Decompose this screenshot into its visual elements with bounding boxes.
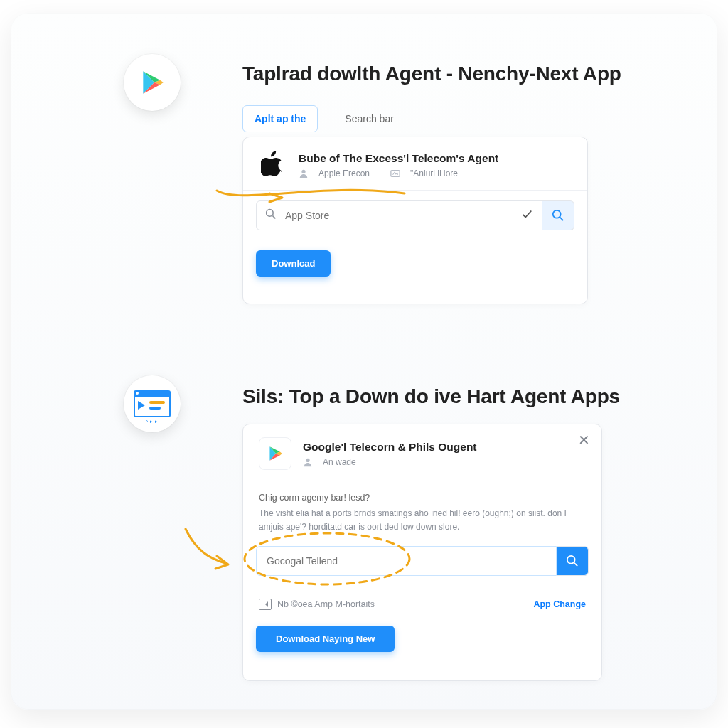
play-store-icon xyxy=(139,69,166,96)
step1-download-button[interactable]: Downlcad xyxy=(256,250,331,277)
step1-title: Taplrad dowlth Agent - Nenchy-Next App xyxy=(242,63,621,85)
step2-description: The visht elia hat a ports brnds smating… xyxy=(243,507,601,543)
tab-active[interactable]: Aplt ap the xyxy=(242,105,318,132)
close-icon[interactable]: ✕ xyxy=(578,433,590,447)
annotation-arrow-2 xyxy=(181,525,238,574)
step1-tabs: Aplt ap the Search bar xyxy=(242,105,405,132)
step2-search-button[interactable] xyxy=(557,546,589,576)
svg-line-9 xyxy=(560,218,564,221)
check-icon xyxy=(520,208,533,223)
step2-search-row xyxy=(243,543,601,576)
step2-question: Chig corm agemy bar! lesd? xyxy=(243,480,601,507)
step2-publisher: An wade xyxy=(323,457,356,467)
step1-badge xyxy=(124,54,181,111)
step2-app-card: ✕ Google'l Telecorn & Phils Ougent xyxy=(242,424,602,681)
svg-point-15 xyxy=(567,556,575,564)
app-title: Bube of The Excess'l Telecom's Agent xyxy=(299,152,498,165)
app-title-block: Bube of The Excess'l Telecom's Agent App… xyxy=(299,152,498,178)
instruction-panel: Taplrad dowlth Agent - Nenchy-Next App A… xyxy=(11,13,717,710)
step2-download-button[interactable]: Download Naying New xyxy=(256,626,395,652)
app-subtitle-row: Apple Erecon "Anlurl lHore xyxy=(299,168,498,178)
play-square-icon xyxy=(259,599,272,610)
footer-note: Nb ©oea Amp M-hortaits xyxy=(259,599,375,610)
step1-app-card: Bube of The Excess'l Telecom's Agent App… xyxy=(242,136,588,304)
step2-title: Sils: Top a Down do ive Hart Agent Apps xyxy=(242,385,620,408)
svg-point-8 xyxy=(553,210,561,218)
footer-note-text: Nb ©oea Amp M-hortaits xyxy=(277,599,375,609)
svg-point-6 xyxy=(267,210,274,217)
svg-point-14 xyxy=(306,458,309,461)
app-meta-2: "Anlurl lHore xyxy=(410,168,458,178)
person-icon xyxy=(299,168,309,178)
step2-badge: › ▸ ▸ xyxy=(124,375,181,432)
tab-searchbar[interactable]: Search bar xyxy=(333,106,405,132)
meta-separator xyxy=(380,168,380,178)
svg-line-16 xyxy=(574,563,578,567)
step2-search-field[interactable] xyxy=(256,546,557,576)
step2-footer-row: Nb ©oea Amp M-hortaits App Change xyxy=(243,592,601,610)
search-input[interactable] xyxy=(284,209,513,222)
app-meta-1: Apple Erecon xyxy=(318,168,370,178)
svg-point-4 xyxy=(301,169,305,173)
step2-search-input[interactable] xyxy=(265,555,547,567)
play-store-thumb-icon xyxy=(259,437,291,470)
step2-app-header: Google'l Telecorn & Phils Ougent An wade xyxy=(243,424,601,480)
step2-app-sub: An wade xyxy=(303,457,477,467)
card-icon xyxy=(390,168,400,178)
apple-icon xyxy=(259,150,287,180)
step1-search-row xyxy=(243,191,587,230)
person-icon xyxy=(303,457,313,467)
app-change-link[interactable]: App Change xyxy=(533,599,586,609)
app-header-row: Bube of The Excess'l Telecom's Agent App… xyxy=(243,137,587,190)
step2-app-title: Google'l Telecorn & Phils Ougent xyxy=(303,441,477,454)
step2-title-block: Google'l Telecorn & Phils Ougent An wade xyxy=(303,441,477,467)
media-window-icon: › ▸ ▸ xyxy=(134,390,171,417)
step1-search-button[interactable] xyxy=(542,200,574,230)
search-icon xyxy=(265,208,277,223)
svg-line-7 xyxy=(272,215,275,218)
step1-search-field[interactable] xyxy=(256,200,542,230)
